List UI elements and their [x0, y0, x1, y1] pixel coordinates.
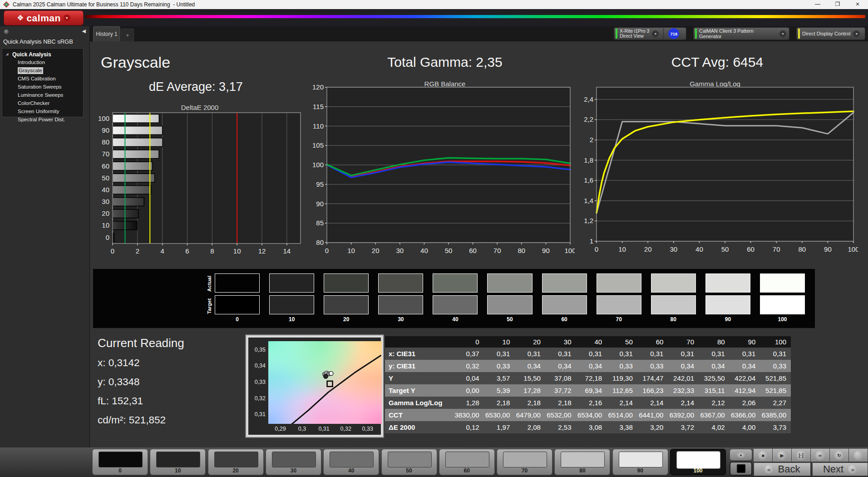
table-cell: 0,31 — [699, 348, 730, 360]
table-cell: 6534,00 — [576, 409, 607, 421]
sync-button[interactable]: ↻ — [830, 448, 849, 462]
sidebar-item-spectral-power-dist-[interactable]: Spectral Power Dist. — [18, 117, 65, 122]
svg-text:10: 10 — [233, 247, 241, 255]
table-col-header: 10 — [484, 336, 515, 348]
table-row-label: CCT — [385, 409, 453, 421]
logo-dropdown-icon[interactable]: ▼ — [64, 15, 70, 21]
infinity-button[interactable]: ∞ — [811, 448, 830, 462]
play-button[interactable]: ▶ — [773, 448, 792, 462]
play-icon: ▶ — [777, 451, 787, 460]
pattern-button-50[interactable]: 50 — [381, 449, 437, 475]
step-button[interactable]: [·] — [792, 448, 811, 462]
pattern-button-80[interactable]: 80 — [554, 449, 610, 475]
pattern-generator-dropdown-arrow-icon[interactable]: ▼ — [779, 30, 786, 37]
svg-text:120: 120 — [312, 84, 324, 91]
table-cell: 0,34 — [699, 360, 730, 372]
tree-root-quick-analysis[interactable]: ◢ Quick Analysis — [4, 51, 81, 58]
stop-button[interactable]: ■ — [754, 448, 773, 462]
strip-level-labels: 0102030405060708090100 — [215, 316, 805, 323]
strip-level-label: 50 — [487, 316, 532, 323]
record-button[interactable] — [849, 448, 868, 462]
pattern-comparison-strip: Actual Target 0102030405060708090100 — [93, 269, 815, 328]
table-cell: 0,04 — [453, 372, 484, 384]
sidebar-pin-icon[interactable] — [4, 30, 9, 34]
actual-swatch — [597, 273, 641, 293]
cie-x-tick: 0,31 — [315, 426, 333, 432]
pattern-button-0[interactable]: 0 — [92, 449, 148, 475]
pattern-button-90[interactable]: 90 — [612, 449, 668, 475]
cie-y-tick: 0,34 — [248, 363, 266, 369]
table-cell: 0,31 — [545, 348, 576, 360]
deltae-bar-80 — [113, 138, 163, 147]
pattern-generator-label: CalMAN Client 3 Pattern Generator — [699, 28, 777, 39]
table-col-header: 40 — [576, 336, 607, 348]
target-row-label: Target — [207, 296, 214, 316]
actual-swatch — [487, 273, 532, 293]
tab-history-1[interactable]: History 1 — [93, 26, 120, 41]
next-button[interactable]: Next » — [812, 462, 868, 476]
pattern-button-70[interactable]: 70 — [497, 449, 552, 475]
minimize-button[interactable]: — — [811, 1, 824, 8]
cie-chart-panel: 0,350,340,330,320,31 0,290,30,310,320,33 — [245, 334, 384, 438]
cie-y-tick: 0,33 — [248, 379, 266, 385]
tab-add-button[interactable]: + — [121, 29, 134, 41]
actual-swatch — [542, 273, 587, 293]
restore-button[interactable]: ❐ — [831, 1, 844, 8]
table-col-header: 90 — [730, 336, 760, 348]
strip-level-label: 40 — [433, 316, 478, 323]
table-cell: 1,97 — [484, 421, 515, 433]
pattern-button-label: 80 — [555, 467, 610, 474]
pattern-button-60[interactable]: 60 — [439, 449, 495, 475]
table-cell: 0,33 — [607, 360, 637, 372]
pattern-swatch — [272, 452, 316, 467]
svg-text:50: 50 — [721, 245, 729, 253]
table-cell: 6530,00 — [484, 409, 515, 421]
table-row-label: Gamma Log/Log — [385, 397, 453, 409]
table-row: y: CIE310,320,330,340,340,340,330,330,34… — [385, 360, 791, 372]
table-row: ΔE 20000,121,972,082,533,083,383,203,724… — [385, 421, 791, 433]
meter-dropdown[interactable]: X-Rite i1Pro 3 Direct View ▼ 716 — [614, 27, 686, 40]
pattern-button-10[interactable]: 10 — [150, 449, 206, 475]
sidebar-item-cms-calibration[interactable]: CMS Calibration — [18, 76, 56, 81]
svg-text:80: 80 — [798, 245, 806, 253]
svg-text:105: 105 — [312, 141, 324, 149]
pattern-button-30[interactable]: 30 — [266, 449, 321, 475]
svg-text:70: 70 — [493, 247, 501, 254]
pattern-window-icon — [737, 464, 745, 473]
display-control-dropdown-arrow-icon[interactable]: ▼ — [853, 30, 860, 37]
pattern-window-button[interactable] — [730, 462, 752, 476]
strip-level-label: 60 — [542, 316, 587, 323]
table-cell: 4,02 — [699, 421, 730, 433]
sidebar-item-colorchecker[interactable]: ColorChecker — [18, 100, 49, 106]
total-gamma-value: Total Gamma: 2,35 — [352, 55, 538, 70]
table-cell: 3,57 — [484, 372, 515, 384]
pattern-generator-dropdown[interactable]: CalMAN Client 3 Pattern Generator ▼ — [693, 27, 789, 40]
sidebar-item-screen-uniformity[interactable]: Screen Uniformity — [18, 109, 59, 114]
table-col-header: 70 — [668, 336, 699, 348]
deltae-bar-30 — [113, 198, 144, 206]
pattern-button-20[interactable]: 20 — [208, 449, 264, 475]
calman-logo-menu[interactable]: ❖ calman ▼ — [4, 10, 84, 25]
table-cell: 37,08 — [545, 372, 576, 384]
calman-logo-text: calman — [26, 13, 60, 24]
svg-text:110: 110 — [313, 122, 324, 130]
pattern-button-label: 70 — [497, 467, 552, 474]
sidebar-item-grayscale[interactable]: Grayscale — [18, 67, 43, 74]
svg-text:12: 12 — [258, 247, 266, 255]
toolbar-expand-button[interactable]: ▲ — [730, 449, 752, 461]
table-cell: 0,37 — [453, 348, 484, 360]
meter-dropdown-arrow-icon[interactable]: ▼ — [652, 30, 659, 37]
close-button[interactable]: × — [851, 1, 864, 8]
pattern-button-40[interactable]: 40 — [323, 449, 379, 475]
back-button[interactable]: « Back — [754, 462, 811, 476]
sidebar-item-introduction[interactable]: Introduction — [18, 60, 45, 65]
sidebar-item-saturation-sweeps[interactable]: Saturation Sweeps — [18, 84, 62, 89]
svg-text:1: 1 — [590, 237, 593, 245]
display-control-dropdown[interactable]: Direct Display Control ▼ — [796, 27, 865, 40]
sidebar-collapse-icon[interactable]: ◀ — [82, 28, 86, 34]
table-row-label: y: CIE31 — [385, 360, 453, 372]
pattern-button-100[interactable]: 100 — [670, 449, 726, 475]
sidebar-item-luminance-sweeps[interactable]: Luminance Sweeps — [18, 92, 63, 98]
pattern-swatch — [676, 451, 720, 469]
tree-expander-icon[interactable]: ◢ — [6, 52, 8, 56]
